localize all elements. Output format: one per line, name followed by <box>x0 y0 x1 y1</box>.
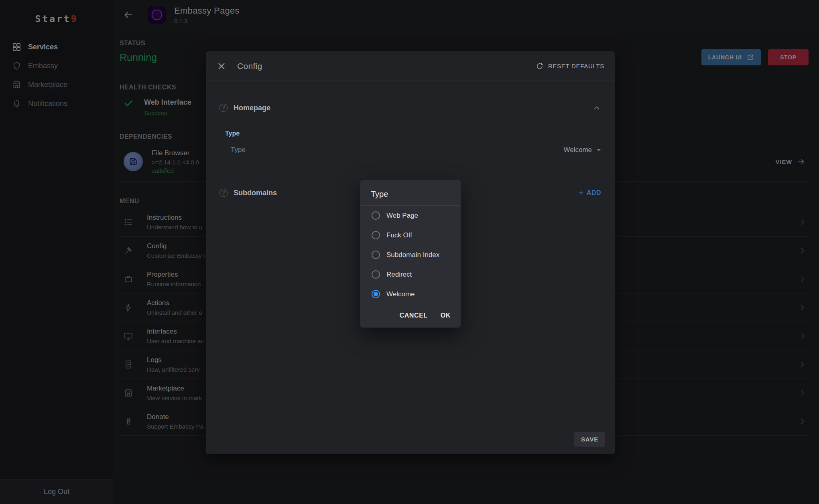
radio-option-web-page[interactable]: Web Page <box>360 206 461 225</box>
radio-icon <box>372 231 380 239</box>
radio-icon <box>372 270 380 279</box>
alert-radio-group: Web Page Fuck Off Subdomain Index Redire… <box>360 205 461 304</box>
radio-option-subdomain-index[interactable]: Subdomain Index <box>360 245 461 265</box>
ok-button[interactable]: OK <box>435 308 456 324</box>
app-root: Start9 Services Embassy Marketplace Noti… <box>0 0 819 504</box>
radio-option-label: Fuck Off <box>386 231 412 239</box>
radio-selected-icon <box>372 290 380 298</box>
radio-option-fuck-off[interactable]: Fuck Off <box>360 225 461 245</box>
radio-option-label: Web Page <box>386 212 418 220</box>
radio-icon <box>372 251 380 259</box>
radio-option-label: Welcome <box>386 290 415 298</box>
radio-option-redirect[interactable]: Redirect <box>360 265 461 284</box>
alert-buttons: CANCEL OK <box>360 304 461 328</box>
radio-option-welcome[interactable]: Welcome <box>360 284 461 304</box>
radio-option-label: Redirect <box>386 271 412 279</box>
type-alert: Type Web Page Fuck Off Subdomain Index R… <box>360 180 461 328</box>
alert-title: Type <box>360 180 461 205</box>
radio-option-label: Subdomain Index <box>386 251 439 259</box>
radio-icon <box>372 211 380 220</box>
cancel-button[interactable]: CANCEL <box>394 308 433 324</box>
